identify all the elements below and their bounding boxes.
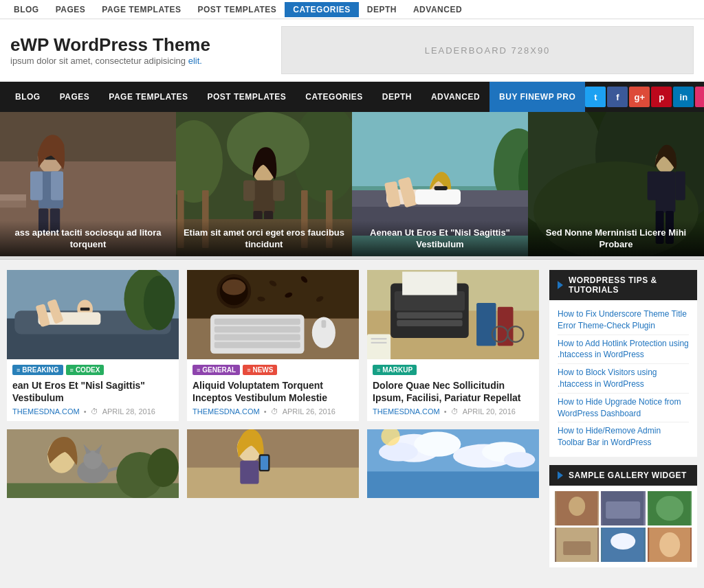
svg-point-114 [504, 452, 535, 468]
widget-link-4[interactable]: How to Hide Upgrade Notice from WordPres… [558, 394, 689, 423]
svg-point-121 [656, 496, 683, 521]
post-date-3: APRIL 20, 2016 [463, 407, 516, 416]
post-card-5 [187, 429, 359, 498]
slide-3-title: Aenean Ut Eros Et "Nisl Sagittis" Vestib… [359, 227, 521, 251]
site-tagline: ipsum dolor sit amet, consectetur adipis… [10, 56, 281, 66]
post-title-2: Aliquid Voluptatem Torquent Inceptos Ves… [192, 379, 353, 404]
svg-rect-57 [80, 308, 90, 311]
post-tag-breaking[interactable]: BREAKING [12, 365, 63, 375]
social-googleplus[interactable]: g+ [629, 87, 650, 107]
gallery-thumb-1[interactable] [555, 491, 599, 525]
post-tags-2: GENERAL NEWS [192, 365, 353, 375]
main-content: BREAKING CODEX ean Ut Eros Et "Nisl Sagi… [0, 260, 704, 586]
post-meta-2: THEMESDNA.COM • ⏱ APRIL 26, 2016 [192, 407, 353, 416]
post-body-3: MARKUP Dolore Quae Nec Sollicitudin Ipsu… [367, 359, 539, 421]
widget-link-5[interactable]: How to Hide/Remove Admin Toolbar Bar in … [558, 422, 689, 451]
nav-depth[interactable]: DEPTH [373, 82, 421, 112]
gallery-thumb-4[interactable] [555, 528, 599, 562]
post-tag-codex[interactable]: CODEX [66, 365, 104, 375]
slide-4-overlay: Sed Nonne Merninisti Licere Mihi Probare [528, 220, 704, 256]
post-title-3: Dolore Quae Nec Sollicitudin Ipsum, Faci… [373, 379, 534, 404]
hero-slide-1[interactable]: ass aptent taciti sociosqu ad litora tor… [0, 112, 176, 256]
widget-tips-body: How to Fix Underscore Theme Title Error … [549, 300, 697, 457]
post-tag-general[interactable]: GENERAL [192, 365, 240, 375]
nav-page-templates[interactable]: PAGE TEMPLATES [99, 82, 197, 112]
gallery-grid [549, 486, 697, 567]
admin-tab-page-templates[interactable]: PAGE TEMPLATES [94, 2, 189, 17]
post-thumb-2 [187, 270, 359, 359]
svg-rect-106 [261, 456, 268, 470]
post-thumb-6 [367, 429, 539, 498]
site-header: eWP WordPress Theme ipsum dolor sit amet… [0, 19, 704, 82]
slide-3-overlay: Aenean Ut Eros Et "Nisl Sagittis" Vestib… [352, 220, 528, 256]
slide-1-overlay: ass aptent taciti sociosqu ad litora tor… [0, 220, 176, 256]
admin-tabs: BLOG PAGES PAGE TEMPLATES POST TEMPLATES… [6, 2, 470, 17]
admin-tab-advanced[interactable]: ADVANCED [405, 2, 470, 17]
nav-categories[interactable]: CATEGORIES [296, 82, 372, 112]
svg-rect-17 [243, 181, 255, 201]
social-instagram[interactable]: i [695, 87, 704, 107]
social-linkedin[interactable]: in [673, 87, 694, 107]
svg-rect-18 [273, 181, 285, 201]
admin-tab-post-templates[interactable]: POST TEMPLATES [190, 2, 285, 17]
svg-point-111 [379, 443, 418, 462]
widget-link-1[interactable]: How to Fix Underscore Theme Title Error … [558, 306, 689, 335]
svg-rect-123 [563, 541, 591, 555]
hero-slide-3[interactable]: Aenean Ut Eros Et "Nisl Sagittis" Vestib… [352, 112, 528, 256]
svg-rect-48 [675, 171, 685, 200]
svg-rect-119 [606, 501, 640, 519]
svg-rect-44 [656, 171, 676, 212]
post-thumb-1 [7, 270, 179, 359]
post-site-1: THEMESDNA.COM [12, 407, 80, 416]
post-thumb-3 [367, 270, 539, 359]
social-pinterest[interactable]: p [651, 87, 672, 107]
svg-rect-36 [415, 190, 461, 205]
admin-tab-pages[interactable]: PAGES [47, 2, 94, 17]
slide-1-title: ass aptent taciti sociosqu ad litora tor… [7, 227, 169, 251]
svg-rect-86 [367, 334, 390, 359]
gallery-thumb-5[interactable] [601, 528, 645, 562]
widget-link-3[interactable]: How to Block Visitors using .htaccess in… [558, 364, 689, 394]
admin-tab-blog[interactable]: BLOG [6, 2, 47, 17]
svg-rect-47 [648, 171, 657, 200]
svg-rect-88 [371, 342, 387, 343]
post-tag-markup[interactable]: MARKUP [373, 365, 417, 375]
social-twitter[interactable]: t [585, 87, 606, 107]
leaderboard-ad: LEADERBOARD 728X90 [281, 26, 694, 74]
main-nav: BLOG PAGES PAGE TEMPLATES POST TEMPLATES… [0, 82, 704, 112]
nav-pages[interactable]: PAGES [50, 82, 100, 112]
social-icons: t f g+ p in i ▶ ✉ ◉ [585, 87, 704, 107]
hero-slide-2[interactable]: Etiam sit amet orci eget eros faucibus t… [176, 112, 352, 256]
gallery-thumb-6[interactable] [648, 528, 692, 562]
svg-rect-7 [51, 171, 63, 200]
post-tags-1: BREAKING CODEX [12, 365, 173, 375]
post-date-2: APRIL 26, 2016 [283, 407, 336, 416]
admin-tab-depth[interactable]: DEPTH [359, 2, 405, 17]
nav-advanced[interactable]: ADVANCED [421, 82, 490, 112]
widget-link-2[interactable]: How to Add Hotlink Protection using .hta… [558, 335, 689, 365]
social-facebook[interactable]: f [607, 87, 628, 107]
svg-rect-84 [476, 303, 496, 346]
post-date-sep-1: • [84, 407, 87, 416]
tagline-link[interactable]: elit. [188, 56, 202, 66]
nav-post-templates[interactable]: POST TEMPLATES [198, 82, 296, 112]
svg-rect-65 [214, 334, 300, 340]
svg-rect-37 [434, 186, 448, 190]
content-left: BREAKING CODEX ean Ut Eros Et "Nisl Sagi… [7, 270, 539, 576]
gallery-thumb-3[interactable] [648, 491, 692, 525]
post-meta-3: THEMESDNA.COM • ⏱ APRIL 20, 2016 [373, 407, 534, 416]
svg-rect-83 [402, 272, 457, 295]
admin-tab-categories[interactable]: CATEGORIES [285, 2, 358, 17]
slide-2-overlay: Etiam sit amet orci eget eros faucibus t… [176, 220, 352, 256]
svg-rect-6 [30, 171, 43, 200]
gallery-thumb-2[interactable] [601, 491, 645, 525]
hero-slide-4[interactable]: Sed Nonne Merninisti Licere Mihi Probare [528, 112, 704, 256]
post-body-2: GENERAL NEWS Aliquid Voluptatem Torquent… [187, 359, 359, 421]
post-thumb-4 [7, 429, 179, 498]
svg-point-71 [222, 280, 245, 295]
nav-blog[interactable]: BLOG [6, 82, 50, 112]
svg-rect-66 [214, 342, 300, 348]
post-tag-news[interactable]: NEWS [243, 365, 277, 375]
site-title: eWP WordPress Theme [10, 34, 281, 56]
nav-buy-pro[interactable]: BUY FINEWP PRO [490, 82, 585, 112]
